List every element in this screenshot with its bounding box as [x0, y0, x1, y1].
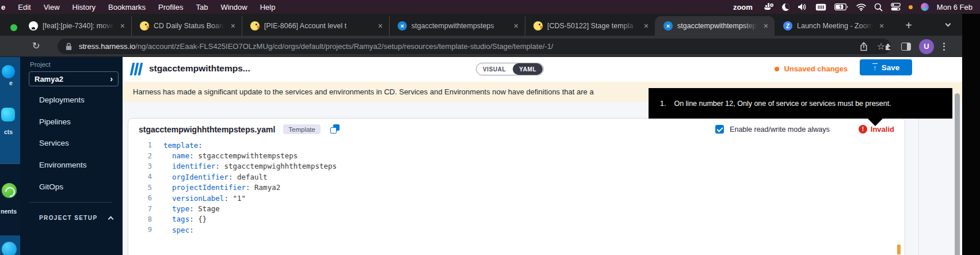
- menu-item[interactable]: Profiles: [158, 3, 183, 12]
- recording-indicator-dot: [909, 5, 913, 9]
- profile-avatar[interactable]: U: [919, 39, 934, 54]
- save-upload-icon: ↑: [872, 63, 878, 71]
- menu-item[interactable]: Help: [260, 3, 276, 12]
- keyboard-status-icon[interactable]: [815, 3, 826, 11]
- code-line: 7 type: Stage: [128, 203, 905, 214]
- code-line: 1 template:: [128, 140, 905, 150]
- wifi-icon[interactable]: [856, 3, 866, 11]
- menu-item[interactable]: Edit: [18, 3, 30, 12]
- page-scrollbar[interactable]: [955, 93, 960, 255]
- window-traffic-light-green[interactable]: [10, 24, 17, 31]
- address-bar[interactable]: stress.harness.io/ng/account/zEaak-FLS42…: [58, 39, 891, 54]
- line-number: 8: [128, 215, 152, 223]
- readwrite-label[interactable]: Enable read/write mode always: [730, 125, 830, 134]
- browser-tab[interactable]: [PIE-8066] Account level t ×: [242, 16, 389, 36]
- sidebar-nav-item[interactable]: Pipelines: [20, 111, 123, 133]
- line-number: 3: [128, 162, 152, 170]
- unsaved-dot: [775, 67, 779, 71]
- tab-close-icon[interactable]: ×: [229, 21, 237, 31]
- rail-label-home: e: [9, 79, 13, 86]
- menu-item[interactable]: Bookmarks: [108, 3, 146, 12]
- tab-favicon: [398, 21, 407, 31]
- moon-status-icon[interactable]: [782, 3, 790, 11]
- browser-tab[interactable]: [feat]:[pie-7340]: move co ×: [21, 16, 131, 36]
- browser-tab[interactable]: Launch Meeting - Zoom ×: [775, 16, 890, 36]
- browser-toolbar: › ↻ stress.harness.io/ng/account/zEaak-F…: [0, 36, 962, 57]
- menu-item[interactable]: History: [73, 3, 96, 12]
- invalid-indicator[interactable]: ! Invalid: [859, 125, 894, 134]
- sidebar-nav-item[interactable]: GitOps: [20, 176, 123, 197]
- desktop-background-strip: [962, 14, 980, 255]
- browser-tab[interactable]: stgacctempwithtempsteps ×: [655, 16, 775, 36]
- macos-menu-bar: e EditViewHistoryBookmarksProfilesTabWin…: [0, 0, 980, 14]
- copy-icon[interactable]: [330, 124, 340, 134]
- tab-close-icon[interactable]: ×: [878, 21, 886, 31]
- extensions-icon[interactable]: [884, 42, 893, 51]
- projects-module-icon[interactable]: [1, 108, 15, 121]
- tab-close-icon[interactable]: ×: [642, 21, 650, 31]
- browser-menu-icon[interactable]: [942, 43, 946, 51]
- template-library-icon: [130, 63, 143, 75]
- sidebar-nav-item[interactable]: Services: [20, 132, 123, 154]
- readwrite-checkbox[interactable]: [715, 125, 724, 134]
- tab-close-icon[interactable]: ×: [376, 21, 384, 31]
- tab-favicon: [250, 21, 260, 31]
- chevron-right-icon: ›: [110, 74, 113, 83]
- menu-item[interactable]: Window: [220, 3, 247, 12]
- sidebar-nav-item[interactable]: Deployments: [20, 89, 123, 111]
- toggle-yaml[interactable]: YAML: [513, 63, 543, 75]
- toggle-visual[interactable]: VISUAL: [476, 66, 512, 73]
- volume-icon[interactable]: [798, 3, 807, 11]
- menu-item[interactable]: View: [44, 3, 60, 12]
- line-number: 6: [128, 194, 152, 202]
- browser-tab[interactable]: CD Daily Status Board - Ag ×: [131, 16, 242, 36]
- lock-icon[interactable]: [66, 43, 72, 51]
- reload-button[interactable]: ↻: [32, 40, 40, 51]
- browser-tab[interactable]: [CDS-50122] Stage templa ×: [525, 16, 655, 36]
- docker-status-icon[interactable]: [763, 3, 774, 12]
- rail-label-deployments: nents: [1, 208, 17, 215]
- unsaved-changes-badge: Unsaved changes: [775, 64, 848, 73]
- code-line: 3 identifier: stgacctempwighhthtempsteps: [128, 161, 905, 172]
- new-tab-button[interactable]: +: [901, 18, 916, 33]
- template-studio-header: stgacctempwithtemps... VISUAL YAML Unsav…: [123, 57, 962, 82]
- save-button[interactable]: ↑ Save: [860, 59, 912, 75]
- builds-module-icon[interactable]: [2, 242, 17, 255]
- siri-icon[interactable]: [921, 3, 929, 11]
- tab-title: Launch Meeting - Zoom: [797, 22, 873, 30]
- tab-favicon: [533, 21, 543, 31]
- yaml-code-editor[interactable]: 1 template: 2 name: stgacctempwithtempst…: [128, 140, 905, 235]
- tab-title: CD Daily Status Board - Ag: [154, 22, 224, 30]
- code-line: 8 tags: {}: [128, 214, 905, 224]
- sidebar-divider: [29, 202, 112, 203]
- tab-search-chevron-icon[interactable]: [945, 21, 951, 27]
- tab-close-icon[interactable]: ×: [762, 21, 770, 31]
- visual-yaml-toggle: VISUAL YAML: [476, 63, 544, 75]
- line-number: 2: [128, 152, 152, 160]
- project-selector[interactable]: Ramya2 ›: [29, 71, 119, 86]
- template-badge: Template: [283, 124, 321, 134]
- home-module-icon[interactable]: [2, 65, 15, 78]
- harness-app: e cts nents Project Ramya2 › Deployments…: [0, 57, 962, 255]
- line-number: 4: [128, 173, 152, 181]
- control-center-icon[interactable]: [891, 3, 901, 11]
- tab-close-icon[interactable]: ×: [119, 21, 127, 31]
- tab-close-icon[interactable]: ×: [512, 21, 520, 31]
- share-icon[interactable]: [860, 42, 868, 51]
- spotlight-search-icon[interactable]: [874, 3, 883, 12]
- menu-item[interactable]: Tab: [196, 3, 208, 12]
- battery-icon[interactable]: [834, 3, 848, 10]
- menu-bar-clock[interactable]: Mon 6 Feb: [937, 3, 973, 12]
- project-setup-section[interactable]: PROJECT SETUP: [39, 215, 113, 221]
- code-line: 9 spec:: [128, 224, 905, 235]
- deployments-module-icon[interactable]: [2, 183, 17, 198]
- tooltip-pointer: [868, 119, 883, 126]
- browser-tab[interactable]: stgacctempwithtempsteps ×: [389, 16, 525, 36]
- right-panel-divider: [918, 102, 919, 255]
- project-label: Project: [30, 61, 51, 68]
- menu-item-partial[interactable]: e: [1, 3, 5, 12]
- side-panel-icon[interactable]: [901, 43, 911, 51]
- chevron-up-icon: [108, 216, 114, 222]
- sidebar-nav-item[interactable]: Environments: [20, 154, 123, 176]
- app-name-zoom[interactable]: zoom: [733, 3, 753, 12]
